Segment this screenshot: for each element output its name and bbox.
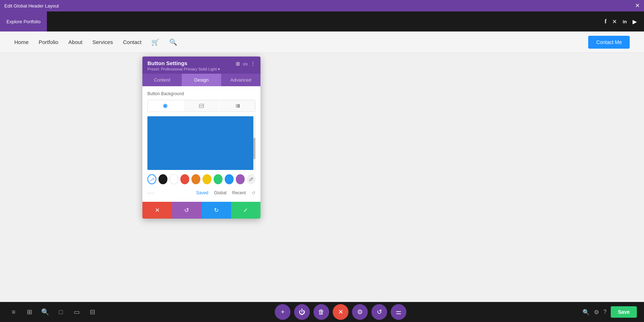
panel-columns-icon[interactable]: ▭ (243, 61, 248, 67)
cart-icon[interactable]: 🛒 (151, 38, 159, 46)
nav-contact[interactable]: Contact (123, 39, 142, 45)
confirm-button[interactable]: ✓ (231, 202, 261, 219)
scrollbar-track (253, 116, 255, 170)
refresh-icon[interactable]: ↺ (252, 190, 255, 196)
bottom-left-icons: ≡ ⊞ 🔍 □ ▭ ⊟ (7, 306, 99, 318)
panel-header-icons: ⊞ ▭ ⋮ (236, 61, 255, 67)
tab-global[interactable]: Global (214, 190, 226, 196)
tab-advanced[interactable]: Advanced (221, 74, 260, 86)
mobile-icon[interactable]: ⊟ (86, 306, 99, 318)
contact-me-button[interactable]: Contact Me (588, 36, 630, 49)
tab-content[interactable]: Content (142, 74, 182, 86)
nav-home[interactable]: Home (14, 39, 29, 45)
bottom-right-area: 🔍 ⚙ ? Save (582, 306, 637, 318)
save-button[interactable]: Save (611, 306, 637, 318)
delete-button[interactable]: 🗑 (313, 304, 329, 320)
social-icons: f ✕ in ▶ (605, 18, 637, 25)
bottom-toolbar: ≡ ⊞ 🔍 □ ▭ ⊟ + ⏻ 🗑 ✕ ⚙ ↺ ⚌ 🔍 ⚙ ? Save (0, 302, 644, 322)
panel-expand-icon[interactable]: ⊞ (236, 61, 240, 67)
swatch-orange[interactable] (191, 174, 200, 184)
panel-header: Button Settings Preset: Professional Pri… (142, 57, 260, 74)
swatch-yellow[interactable] (203, 174, 211, 184)
youtube-icon[interactable]: ▶ (633, 18, 637, 25)
facebook-icon[interactable]: f (605, 18, 606, 25)
linkedin-icon[interactable]: in (623, 19, 627, 24)
eyedropper-button[interactable] (147, 174, 156, 184)
panel-tabs: Content Design Advanced (142, 74, 260, 86)
tab-design[interactable]: Design (182, 74, 221, 86)
swatch-purple[interactable] (236, 174, 245, 184)
scrollbar-thumb[interactable] (253, 138, 255, 159)
svg-rect-2 (235, 104, 240, 108)
nav-portfolio[interactable]: Portfolio (39, 39, 58, 45)
bg-image-button[interactable] (184, 100, 219, 112)
tab-recent[interactable]: Recent (232, 190, 246, 196)
undo-button[interactable]: ↺ (172, 202, 202, 219)
panel-body: Button Background (142, 86, 260, 202)
panel-title: Button Settings (147, 60, 220, 66)
panel-preset[interactable]: Preset: Professional Primary Solid Light… (147, 67, 220, 72)
bottom-center-buttons: + ⏻ 🗑 ✕ ⚙ ↺ ⚌ (275, 304, 406, 320)
zoom-icon[interactable]: 🔍 (582, 309, 590, 316)
title-bar: Edit Global Header Layout ✕ (0, 0, 644, 11)
swatch-blue[interactable] (225, 174, 234, 184)
section-label: Button Background (147, 91, 255, 96)
nav-services[interactable]: Services (92, 39, 113, 45)
cancel-button[interactable]: ✕ (142, 202, 172, 219)
title-bar-text: Edit Global Header Layout (4, 3, 59, 9)
hamburger-icon[interactable]: ≡ (7, 306, 20, 318)
color-swatches (147, 174, 255, 184)
twitter-x-icon[interactable]: ✕ (612, 18, 617, 25)
bg-color-button[interactable] (148, 100, 183, 112)
add-button[interactable]: + (275, 304, 291, 320)
close-bottom-button[interactable]: ✕ (333, 304, 348, 320)
grid-icon[interactable]: ⊞ (23, 306, 36, 318)
nav-links: Home Portfolio About Services Contact 🛒 … (14, 38, 177, 46)
main-content: Button Settings Preset: Professional Pri… (0, 53, 644, 322)
history-button[interactable]: ↺ (371, 304, 387, 320)
settings-button[interactable]: ⚙ (352, 304, 368, 320)
color-preview (147, 116, 255, 170)
bg-type-row (147, 100, 255, 112)
search-bottom-icon[interactable]: 🔍 (39, 306, 52, 318)
panel-more-icon[interactable]: ⋮ (250, 61, 255, 67)
custom-color-button[interactable] (247, 174, 255, 184)
nav-about[interactable]: About (68, 39, 82, 45)
swatch-white[interactable] (170, 174, 179, 184)
explore-portfolio-button[interactable]: Explore Portfolio (0, 11, 47, 31)
panel-action-bar: ✕ ↺ ↻ ✓ (142, 202, 260, 219)
swatch-green[interactable] (214, 174, 223, 184)
search-icon[interactable]: 🔍 (169, 38, 177, 46)
power-button[interactable]: ⏻ (294, 304, 310, 320)
desktop-icon[interactable]: □ (54, 306, 67, 318)
redo-button[interactable]: ↻ (201, 202, 231, 219)
header-top: Explore Portfolio f ✕ in ▶ (0, 11, 644, 31)
more-options-icon[interactable]: ··· (147, 189, 155, 197)
button-settings-panel: Button Settings Preset: Professional Pri… (142, 57, 260, 219)
close-button[interactable]: ✕ (635, 3, 640, 9)
tablet-icon[interactable]: ▭ (70, 306, 83, 318)
bg-gradient-button[interactable] (220, 100, 255, 112)
panel-bottom-tabs: Saved Global Recent ↺ (196, 190, 255, 196)
help-icon[interactable]: ? (603, 309, 606, 315)
tab-saved[interactable]: Saved (196, 190, 208, 196)
settings-right-icon[interactable]: ⚙ (594, 309, 599, 316)
nav-bar: Home Portfolio About Services Contact 🛒 … (0, 31, 644, 53)
layers-button[interactable]: ⚌ (391, 304, 406, 320)
swatch-red[interactable] (180, 174, 189, 184)
swatch-black[interactable] (158, 174, 167, 184)
